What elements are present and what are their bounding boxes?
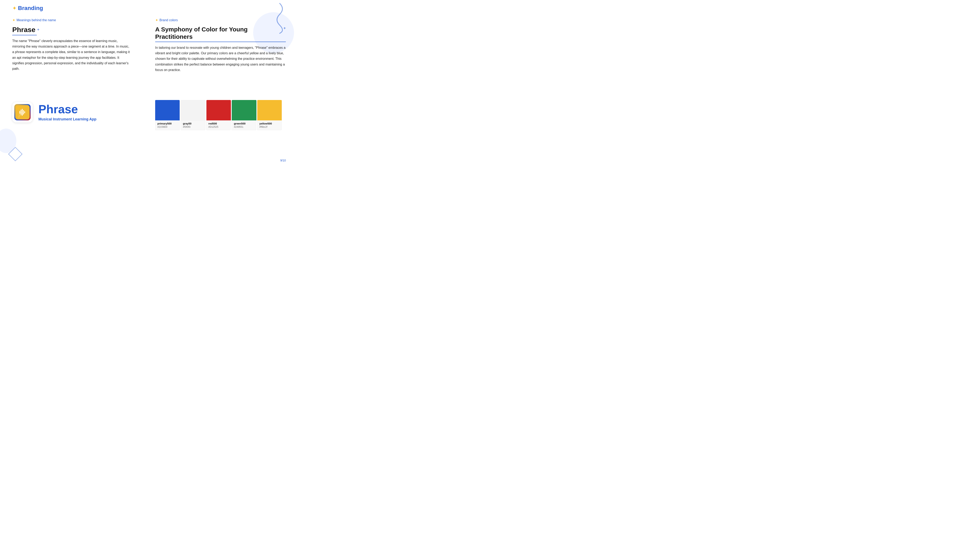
color-hex-green500: #249551: [234, 125, 254, 129]
color-hex-yellow500: #f6bc2f: [259, 125, 280, 129]
right-column: ✦ Brand colors A Symphony of Color for Y…: [155, 18, 286, 73]
color-label-primary500: primary500 #2159D0: [155, 121, 180, 130]
color-hex-primary500: #2159D0: [158, 125, 178, 129]
symphony-heading: A Symphony of Color for Young Practition…: [155, 26, 286, 40]
app-subtitle-text: Musical Instrument Learning App: [38, 117, 96, 121]
page-number: 9/10: [280, 159, 286, 162]
color-label-yellow500: yellow500 #f6bc2f: [257, 121, 282, 130]
swatch-primary500: [155, 100, 180, 121]
color-label-green500: green500 #249551: [232, 121, 256, 130]
symphony-plus-icon: +: [283, 26, 286, 30]
app-icon-svg: P: [15, 105, 30, 119]
swatch-red500: [207, 100, 231, 121]
app-icon-box: P: [12, 102, 33, 122]
color-labels: primary500 #2159D0 gray50 #f3f3f3 red500…: [155, 121, 282, 130]
left-star-icon: ✦: [12, 18, 15, 22]
phrase-body-text: The name "Phrase" cleverly encapsulates …: [12, 38, 130, 71]
phrase-heading: Phrase +: [12, 26, 130, 34]
phrase-divider: [12, 35, 37, 35]
app-name-text: Phrase: [38, 103, 96, 115]
color-name-yellow500: yellow500: [259, 122, 280, 125]
symphony-body-text: In tailoring our brand to resonate with …: [155, 45, 286, 73]
app-showcase: P Phrase Musical Instrument Learning App: [12, 102, 96, 122]
color-swatches: [155, 100, 282, 121]
color-hex-gray50: #f3f3f3: [183, 125, 203, 129]
color-name-red500: red500: [208, 122, 229, 125]
color-name-primary500: primary500: [158, 122, 178, 125]
app-name-group: Phrase Musical Instrument Learning App: [38, 103, 96, 121]
color-label-gray50: gray50 #f3f3f3: [181, 121, 205, 130]
page-title-section: ✦ Branding: [12, 5, 43, 11]
swatch-yellow500: [257, 100, 282, 121]
symphony-divider: [155, 41, 286, 42]
left-column: ✦ Meanings behind the name Phrase + The …: [12, 18, 130, 71]
left-label-row: ✦ Meanings behind the name: [12, 18, 130, 22]
color-palette: primary500 #2159D0 gray50 #f3f3f3 red500…: [155, 100, 282, 130]
color-name-gray50: gray50: [183, 122, 203, 125]
right-star-icon: ✦: [155, 18, 158, 22]
swatch-gray50: [180, 100, 205, 121]
symphony-heading-text: A Symphony of Color for Young Practition…: [155, 26, 282, 40]
svg-rect-5: [24, 111, 25, 113]
phrase-plus-icon: +: [37, 27, 40, 32]
right-section-label: Brand colors: [159, 18, 178, 22]
phrase-heading-text: Phrase: [12, 26, 35, 34]
left-section-label: Meanings behind the name: [16, 18, 56, 22]
title-star-icon: ✦: [12, 5, 17, 11]
color-name-green500: green500: [234, 122, 254, 125]
svg-text:P: P: [18, 111, 24, 119]
color-label-red500: red500 #D12525: [206, 121, 231, 130]
page-title-text: Branding: [18, 5, 43, 11]
color-hex-red500: #D12525: [208, 125, 229, 129]
app-icon-inner: P: [14, 104, 30, 121]
right-label-row: ✦ Brand colors: [155, 18, 286, 22]
swatch-green500: [232, 100, 256, 121]
